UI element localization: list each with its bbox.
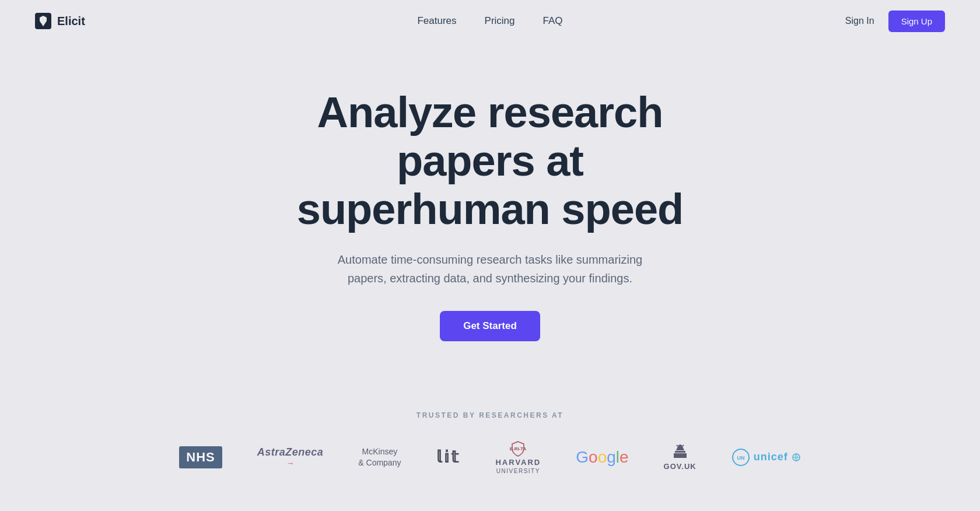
harvard-shield-icon: VE-RI-TAS bbox=[510, 440, 526, 457]
nav-actions: Sign In Sign Up bbox=[845, 10, 945, 32]
logo-text: Elicit bbox=[57, 15, 85, 28]
svg-rect-3 bbox=[674, 453, 687, 458]
hero-subtitle: Automate time-consuming research tasks l… bbox=[332, 250, 648, 288]
logo-astrazeneca: AstraZeneca → bbox=[257, 446, 324, 468]
nav-links: Features Pricing FAQ bbox=[417, 15, 562, 27]
unicef-logo-icon: UN bbox=[732, 448, 750, 467]
get-started-button[interactable]: Get Started bbox=[440, 311, 540, 341]
logo[interactable]: Elicit bbox=[35, 13, 85, 29]
logos-row: NHS AstraZeneca → McKinsey& Company 𝕝𝕚𝕥 … bbox=[179, 440, 800, 474]
unicef-globe-icon bbox=[792, 453, 801, 462]
svg-text:VE-RI-TAS: VE-RI-TAS bbox=[510, 446, 526, 452]
logo-mit: 𝕝𝕚𝕥 bbox=[436, 447, 460, 467]
hero-section: Analyze research papers at superhuman sp… bbox=[0, 42, 980, 376]
nav-link-faq[interactable]: FAQ bbox=[543, 15, 563, 27]
nav-link-pricing[interactable]: Pricing bbox=[485, 15, 515, 27]
trusted-label: TRUSTED BY RESEARCHERS AT bbox=[416, 411, 564, 419]
govuk-crown-icon bbox=[670, 443, 691, 461]
svg-text:UN: UN bbox=[737, 455, 744, 461]
hero-title: Analyze research papers at superhuman sp… bbox=[268, 89, 712, 234]
logo-mckinsey: McKinsey& Company bbox=[358, 446, 401, 467]
logo-icon bbox=[35, 13, 51, 29]
sign-in-button[interactable]: Sign In bbox=[845, 16, 874, 26]
logo-govuk: GOV.UK bbox=[664, 443, 696, 471]
svg-rect-2 bbox=[675, 451, 685, 453]
logo-nhs: NHS bbox=[179, 446, 222, 468]
logo-google: Google bbox=[576, 448, 628, 467]
sign-up-button[interactable]: Sign Up bbox=[888, 10, 945, 32]
trusted-section: TRUSTED BY RESEARCHERS AT NHS AstraZenec… bbox=[0, 411, 980, 498]
logo-unicef: UN unicef bbox=[732, 448, 801, 467]
navbar: Elicit Features Pricing FAQ Sign In Sign… bbox=[0, 0, 980, 42]
logo-harvard: VE-RI-TAS HARVARD UNIVERSITY bbox=[495, 440, 541, 474]
nav-link-features[interactable]: Features bbox=[417, 15, 456, 27]
